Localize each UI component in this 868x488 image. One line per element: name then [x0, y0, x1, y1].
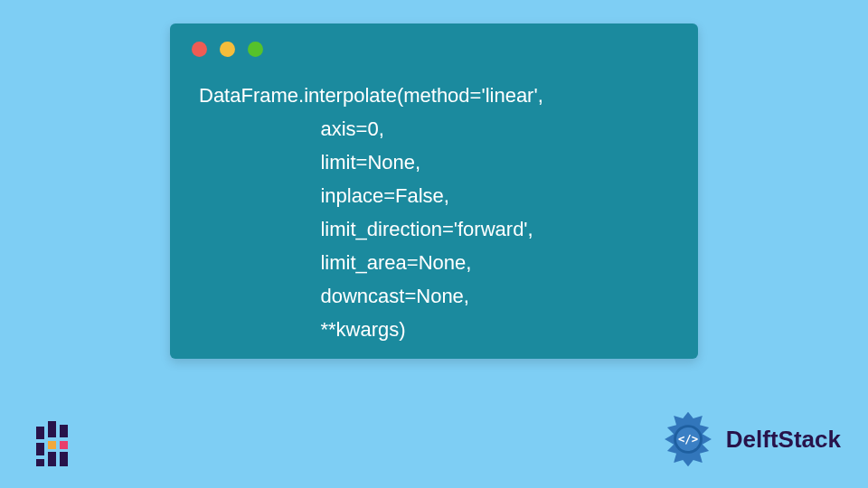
code-line: axis=0,	[199, 117, 384, 140]
code-line: **kwargs)	[199, 318, 406, 341]
code-line: limit=None,	[199, 151, 420, 174]
code-line: limit_area=None,	[199, 251, 471, 274]
logo-left-icon	[36, 421, 80, 470]
close-icon	[192, 42, 207, 57]
minimize-icon	[220, 42, 235, 57]
code-line: inplace=False,	[199, 184, 449, 207]
brand-emblem-icon: </>	[656, 407, 721, 472]
code-line: DataFrame.interpolate(method='linear',	[199, 84, 543, 107]
code-line: limit_direction='forward',	[199, 218, 533, 240]
code-line: downcast=None,	[199, 285, 469, 307]
brand-name: DelftStack	[726, 426, 841, 454]
code-window: DataFrame.interpolate(method='linear', a…	[170, 23, 698, 359]
brand-logo: </> DelftStack	[656, 407, 841, 472]
maximize-icon	[248, 42, 263, 57]
window-controls	[192, 42, 263, 57]
svg-text:</>: </>	[678, 433, 698, 446]
code-block: DataFrame.interpolate(method='linear', a…	[199, 80, 680, 347]
